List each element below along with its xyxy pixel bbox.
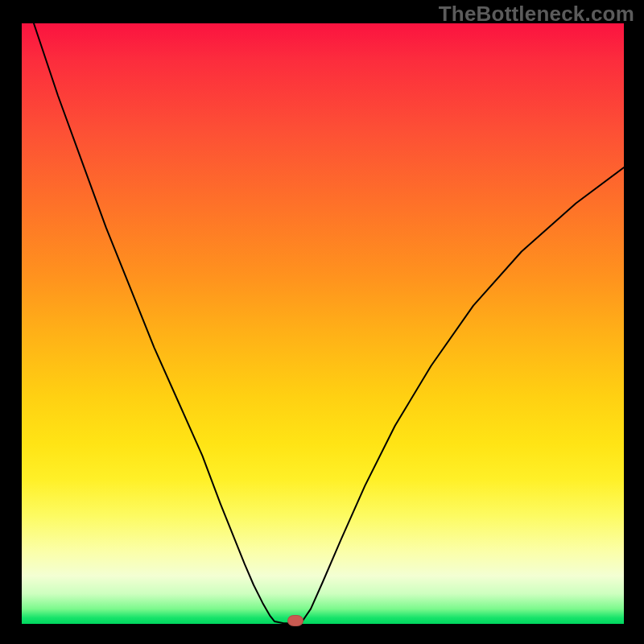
- chart-frame: TheBottleneck.com: [0, 0, 644, 644]
- bottleneck-curve: [22, 23, 624, 624]
- curve-path: [34, 23, 624, 623]
- plot-area: [21, 23, 625, 625]
- watermark-text: TheBottleneck.com: [439, 2, 634, 27]
- optimal-point-marker: [287, 615, 303, 626]
